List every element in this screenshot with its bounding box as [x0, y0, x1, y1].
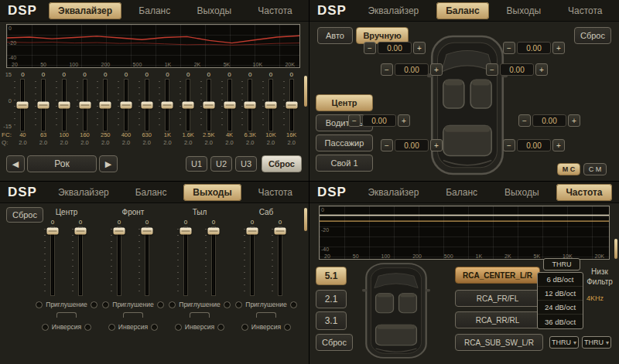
- minus-button[interactable]: −: [503, 42, 515, 54]
- tab-equalizer[interactable]: Эквалайзер: [49, 184, 118, 201]
- slider-handle[interactable]: [142, 228, 153, 235]
- position-center-button[interactable]: Центр: [316, 94, 373, 111]
- sub-slope-select-left[interactable]: THRU▾: [549, 336, 579, 349]
- output-level-slider[interactable]: [275, 227, 286, 295]
- slope-option-24db[interactable]: 24 dB/oct: [538, 301, 583, 315]
- slider-handle[interactable]: [265, 102, 276, 109]
- invert-left-checkbox[interactable]: [175, 324, 182, 331]
- position-custom-button[interactable]: Свой 1: [316, 155, 373, 172]
- output-level-slider[interactable]: [47, 227, 58, 295]
- memory-u1-button[interactable]: U1: [186, 156, 207, 172]
- eq-band-slider[interactable]: [224, 80, 235, 131]
- slider-handle[interactable]: [286, 102, 297, 109]
- slider-handle[interactable]: [100, 102, 111, 109]
- eq-band-slider[interactable]: [80, 80, 91, 131]
- eq-band-slider[interactable]: [265, 80, 276, 131]
- scrollbar-handle[interactable]: [304, 208, 307, 231]
- tab-equalizer[interactable]: Эквалайзер: [49, 2, 121, 19]
- slider-handle[interactable]: [203, 102, 214, 109]
- plus-button[interactable]: +: [430, 139, 443, 151]
- slider-handle[interactable]: [180, 228, 192, 235]
- slider-handle[interactable]: [58, 102, 70, 109]
- freq-reset-button[interactable]: Сброс: [316, 334, 353, 351]
- tab-outputs[interactable]: Выходы: [183, 184, 241, 201]
- plus-button[interactable]: +: [430, 63, 443, 76]
- eq-band-slider[interactable]: [121, 80, 132, 131]
- link-channels-icon[interactable]: [190, 312, 210, 318]
- slider-handle[interactable]: [245, 102, 256, 109]
- invert-right-checkbox[interactable]: [151, 324, 158, 331]
- mute-right-checkbox[interactable]: [91, 301, 97, 308]
- output-level-slider[interactable]: [208, 227, 219, 295]
- slope-select[interactable]: THRU: [543, 258, 580, 270]
- slider-handle[interactable]: [183, 102, 194, 109]
- mute-right-checkbox[interactable]: [224, 301, 231, 308]
- output-level-slider[interactable]: [180, 227, 191, 295]
- tab-outputs[interactable]: Выходы: [187, 2, 241, 19]
- minus-button[interactable]: −: [348, 114, 361, 127]
- slope-option-12db[interactable]: 12 dB/oct: [538, 287, 583, 301]
- tab-balance[interactable]: Баланс: [126, 184, 176, 201]
- invert-right-checkbox[interactable]: [84, 324, 91, 331]
- link-channels-icon[interactable]: [56, 312, 77, 318]
- mute-right-checkbox[interactable]: [290, 301, 297, 308]
- eq-band-slider[interactable]: [203, 80, 214, 131]
- invert-right-checkbox[interactable]: [217, 324, 224, 331]
- tab-equalizer[interactable]: Эквалайзер: [358, 2, 428, 19]
- mode-51-button[interactable]: 5.1: [316, 267, 347, 285]
- mc-mode-button[interactable]: M C: [557, 163, 580, 175]
- slider-handle[interactable]: [224, 102, 235, 109]
- eq-reset-button[interactable]: Сброс: [262, 155, 302, 172]
- slope-option-6db[interactable]: 6 dB/oct: [538, 273, 583, 287]
- invert-left-checkbox[interactable]: [42, 324, 49, 331]
- tab-balance[interactable]: Баланс: [436, 184, 487, 201]
- slider-handle[interactable]: [75, 228, 87, 235]
- slider-handle[interactable]: [275, 228, 286, 235]
- mute-left-checkbox[interactable]: [36, 301, 43, 308]
- slider-handle[interactable]: [114, 228, 125, 235]
- channel-rca-front-button[interactable]: RCA_FR/FL: [455, 290, 540, 307]
- slider-handle[interactable]: [247, 228, 258, 235]
- tab-frequency[interactable]: Частота: [559, 2, 611, 19]
- tab-balance[interactable]: Баланс: [129, 2, 180, 19]
- minus-button[interactable]: −: [381, 139, 393, 151]
- plus-button[interactable]: +: [413, 42, 426, 54]
- minus-button[interactable]: −: [486, 63, 498, 76]
- preset-button[interactable]: Рок: [27, 155, 97, 172]
- scrollbar-handle[interactable]: [614, 239, 617, 259]
- cm-mode-button[interactable]: C M: [583, 163, 607, 175]
- minus-button[interactable]: −: [518, 114, 531, 127]
- eq-band-slider[interactable]: [245, 80, 255, 131]
- minus-button[interactable]: −: [381, 63, 393, 76]
- mode-21-button[interactable]: 2.1: [316, 290, 347, 308]
- channel-rca-center-button[interactable]: RCA_CENTER_L/R: [455, 267, 540, 284]
- eq-band-slider[interactable]: [100, 80, 111, 131]
- mute-right-checkbox[interactable]: [157, 301, 164, 308]
- minus-button[interactable]: −: [503, 139, 515, 151]
- eq-band-slider[interactable]: [59, 80, 70, 131]
- slider-handle[interactable]: [47, 228, 59, 235]
- invert-left-checkbox[interactable]: [241, 324, 248, 331]
- channel-rca-rear-button[interactable]: RCA_RR/RL: [455, 311, 540, 328]
- tab-frequency[interactable]: Частота: [556, 184, 611, 201]
- eq-band-slider[interactable]: [162, 80, 173, 131]
- eq-band-slider[interactable]: [142, 80, 152, 131]
- output-level-slider[interactable]: [247, 227, 258, 295]
- eq-band-slider[interactable]: [183, 80, 193, 131]
- position-passenger-button[interactable]: Пассажир: [316, 134, 373, 151]
- tab-frequency[interactable]: Частота: [249, 184, 302, 201]
- tab-equalizer[interactable]: Эквалайзер: [358, 184, 428, 201]
- eq-band-slider[interactable]: [38, 80, 49, 131]
- minus-button[interactable]: −: [364, 42, 376, 54]
- memory-u3-button[interactable]: U3: [235, 156, 257, 172]
- slider-handle[interactable]: [120, 102, 132, 109]
- sub-slope-select-right[interactable]: THRU▾: [582, 336, 611, 349]
- mute-left-checkbox[interactable]: [169, 301, 176, 308]
- plus-button[interactable]: +: [552, 139, 565, 151]
- channel-rca-sub-button[interactable]: RCA_SUB_SW_L/R: [455, 334, 543, 351]
- balance-reset-button[interactable]: Сброс: [574, 27, 611, 44]
- output-level-slider[interactable]: [114, 227, 125, 295]
- link-channels-icon[interactable]: [256, 312, 276, 318]
- slider-handle[interactable]: [79, 102, 91, 109]
- tab-frequency[interactable]: Частота: [248, 2, 301, 19]
